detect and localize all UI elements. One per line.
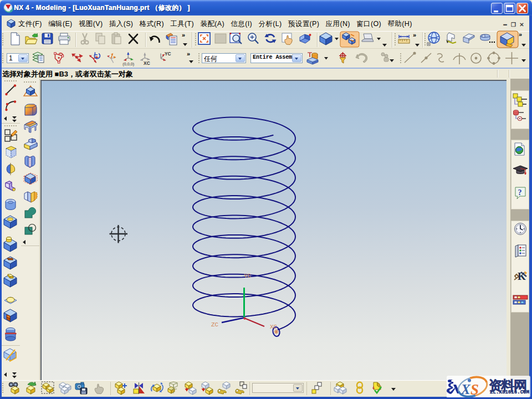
svg-text:X: X: [461, 382, 471, 397]
svg-text:YC: YC: [244, 273, 252, 279]
svg-text:»: »: [182, 32, 185, 38]
svg-text:»: »: [519, 31, 522, 38]
svg-text:YC: YC: [165, 51, 171, 57]
svg-text:»: »: [413, 32, 416, 38]
svg-text:XC: XC: [270, 324, 278, 330]
svg-text:?: ?: [518, 188, 522, 197]
svg-text:S: S: [470, 381, 479, 398]
svg-text:(0,0,0): (0,0,0): [122, 62, 134, 66]
svg-text:XC: XC: [144, 60, 150, 66]
svg-text:ZC: ZC: [211, 321, 219, 328]
svg-text:»: »: [187, 50, 190, 57]
